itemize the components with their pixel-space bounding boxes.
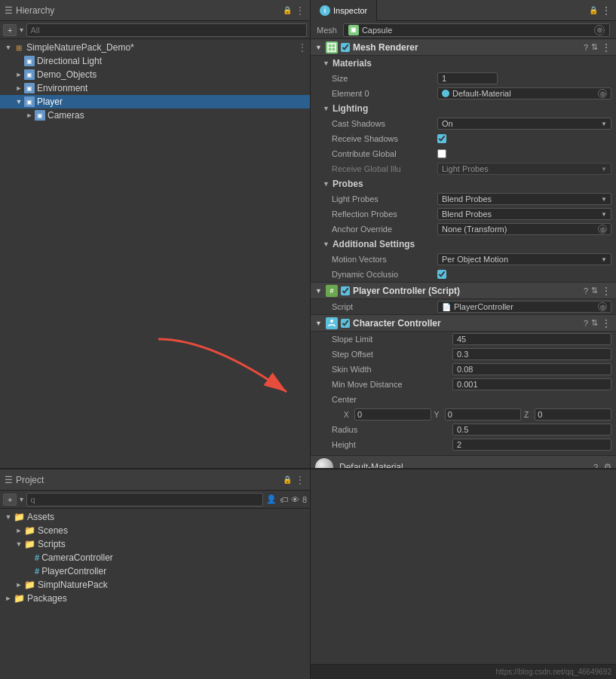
skin-width-label: Skin Width	[332, 365, 452, 374]
size-value[interactable]: 1	[437, 72, 498, 84]
reflection-probes-dropdown[interactable]: Blend Probes ▼	[437, 208, 611, 220]
gear-icon[interactable]: ⚙	[604, 462, 611, 468]
settings-icon[interactable]: ⇅	[591, 286, 598, 295]
tree-item-simplenaturepack[interactable]: ▼ ⊞ SimpleNaturePack_Demo* ⋮	[0, 41, 310, 54]
tree-item-environment[interactable]: ► ▣ Environment	[0, 81, 310, 95]
receive-global-dropdown[interactable]: Light Probes ▼	[437, 163, 611, 175]
dots-icon[interactable]: ⋮	[601, 285, 611, 297]
y-value[interactable]: 0	[445, 408, 522, 421]
persons-icon[interactable]: 👤	[266, 494, 277, 504]
element0-value[interactable]: Default-Material ◎	[437, 87, 611, 99]
circle-btn[interactable]: ◎	[594, 25, 605, 35]
min-move-value[interactable]: 0.001	[452, 378, 611, 390]
project-search-input[interactable]	[26, 493, 262, 506]
settings-icon[interactable]: ⇅	[591, 318, 598, 328]
tree-item-assets[interactable]: ▼ 📁 Assets	[0, 510, 310, 524]
skin-width-value[interactable]: 0.08	[452, 363, 611, 375]
additional-header[interactable]: ▼ Additional Settings	[311, 237, 616, 252]
contribute-global-checkbox[interactable]	[437, 149, 446, 158]
inspector-tab[interactable]: i Inspector	[311, 0, 377, 21]
player-controller-component: ▼ # Player Controller (Script) ? ⇅ ⋮ Scr…	[311, 283, 616, 314]
lock-icon[interactable]: 🔒	[589, 6, 598, 14]
settings-icon[interactable]: ⇅	[591, 42, 598, 52]
lock-icon[interactable]: 🔒	[283, 6, 292, 14]
add-dropdown-icon[interactable]: ▾	[20, 495, 23, 503]
step-offset-value[interactable]: 0.3	[452, 348, 611, 360]
tree-item-simplenaturepack[interactable]: ► 📁 SimplNaturePack	[0, 578, 310, 592]
lighting-header[interactable]: ▼ Lighting	[311, 101, 616, 116]
character-controller-checkbox[interactable]	[341, 319, 350, 328]
element0-row: Element 0 Default-Material ◎	[311, 86, 616, 101]
arrow-icon: ►	[14, 71, 24, 78]
cast-shadows-dropdown[interactable]: On ▼	[437, 118, 611, 130]
script-value[interactable]: 📄 PlayerController ◎	[437, 301, 611, 313]
player-controller-checkbox[interactable]	[341, 286, 350, 295]
materials-section: ▼ Materials Size 1 Element 0	[311, 56, 616, 101]
dots-icon[interactable]: ⋮	[298, 42, 310, 53]
add-button[interactable]: +	[3, 24, 17, 36]
slope-limit-value[interactable]: 45	[452, 333, 611, 345]
xyz-fields: X 0 Y 0	[344, 408, 611, 421]
tree-item-player[interactable]: ▼ ▣ Player	[0, 95, 310, 109]
hierarchy-panel: ☰ Hierarchy 🔒 ⋮ + ▾ ▼ ⊞ SimpleNaturePack…	[0, 0, 311, 468]
tree-item-label: Directional Light	[37, 56, 102, 66]
x-axis-label: X	[344, 411, 353, 419]
light-probes-dropdown[interactable]: Blend Probes ▼	[437, 193, 611, 205]
arrow-down-icon: ▼	[14, 540, 24, 548]
probes-label: Probes	[333, 179, 363, 189]
tree-item-demoobjects[interactable]: ► ▣ Demo_Objects	[0, 68, 310, 81]
probes-header[interactable]: ▼ Probes	[311, 176, 616, 191]
question-icon[interactable]: ?	[584, 43, 588, 52]
contribute-global-label: Contribute Global	[332, 149, 437, 158]
anchor-override-value[interactable]: None (Transform) ◎	[437, 223, 611, 235]
dots-icon[interactable]: ⋮	[295, 474, 305, 486]
tree-item-playercontroller[interactable]: # PlayerController	[0, 564, 310, 578]
inspector-scrollable[interactable]: ▼ Mesh Renderer ? ⇅ ⋮ ▼	[311, 39, 616, 468]
tree-item-cameracontroller[interactable]: # CameraController	[0, 551, 310, 564]
project-panel: ☰ Project 🔒 ⋮ + ▾ 👤 🏷 👁 8 ▼ 📁	[0, 469, 311, 679]
circle-btn[interactable]: ◎	[598, 302, 607, 311]
character-controller-header[interactable]: ▼ Character Controller ? ⇅ ⋮	[311, 315, 616, 332]
mesh-renderer-header[interactable]: ▼ Mesh Renderer ? ⇅ ⋮	[311, 39, 616, 56]
z-value[interactable]: 0	[535, 408, 611, 421]
hierarchy-search-input[interactable]	[26, 23, 307, 37]
dots-icon[interactable]: ⋮	[601, 5, 611, 17]
dots-icon[interactable]: ⋮	[601, 317, 611, 329]
player-controller-header[interactable]: ▼ # Player Controller (Script) ? ⇅ ⋮	[311, 283, 616, 299]
question-icon[interactable]: ?	[593, 463, 598, 469]
hierarchy-toolbar: + ▾	[0, 21, 310, 39]
dynamic-occlusion-checkbox[interactable]	[437, 270, 446, 279]
tree-item-scripts[interactable]: ▼ 📁 Scripts	[0, 537, 310, 551]
x-value[interactable]: 0	[354, 408, 431, 421]
script-file-icon: 📄	[442, 303, 451, 311]
circle-btn[interactable]: ◎	[598, 89, 607, 98]
radius-value[interactable]: 0.5	[452, 424, 611, 436]
circle-btn[interactable]: ◎	[598, 225, 607, 234]
material-row[interactable]: Default-Material ? ⚙	[311, 456, 616, 468]
tree-item-directionallight[interactable]: ▣ Directional Light	[0, 54, 310, 68]
component-arrow: ▼	[315, 287, 323, 295]
tree-item-packages[interactable]: ► 📁 Packages	[0, 592, 310, 605]
receive-shadows-label: Receive Shadows	[332, 134, 437, 143]
materials-header[interactable]: ▼ Materials	[311, 56, 616, 71]
mesh-value-box[interactable]: ▣ Capsule ◎	[343, 23, 610, 37]
height-value[interactable]: 2	[452, 439, 611, 451]
tree-item-scenes[interactable]: ► 📁 Scenes	[0, 524, 310, 537]
tree-item-cameras[interactable]: ► ▣ Cameras	[0, 109, 310, 122]
mesh-renderer-checkbox[interactable]	[341, 43, 350, 52]
motion-vectors-dropdown[interactable]: Per Object Motion ▼	[437, 253, 611, 265]
mesh-value-text: Capsule	[362, 26, 392, 35]
dots-icon[interactable]: ⋮	[295, 5, 305, 17]
component-arrow: ▼	[315, 44, 323, 51]
receive-shadows-checkbox[interactable]	[437, 134, 446, 143]
tag-icon[interactable]: 🏷	[280, 495, 288, 504]
dots-icon[interactable]: ⋮	[601, 41, 611, 54]
add-button[interactable]: +	[3, 494, 17, 506]
question-icon[interactable]: ?	[584, 286, 588, 295]
height-label: Height	[332, 440, 452, 449]
inspector-header-icons: 🔒 ⋮	[589, 5, 616, 17]
eye-icon[interactable]: 👁	[291, 495, 299, 504]
question-icon[interactable]: ?	[584, 319, 588, 328]
lock-icon[interactable]: 🔒	[283, 476, 292, 484]
add-dropdown-icon[interactable]: ▾	[20, 26, 23, 34]
